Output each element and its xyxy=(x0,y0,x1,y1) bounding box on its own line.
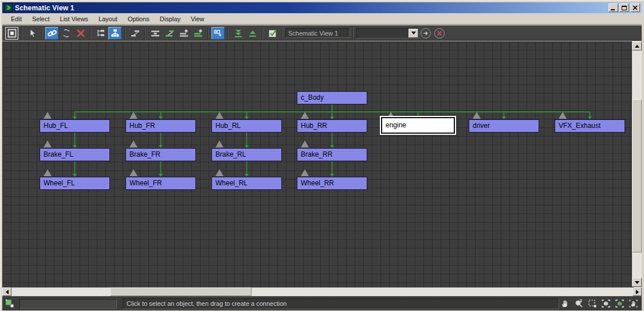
arrow-up-icon xyxy=(635,45,639,48)
toolbar-separator xyxy=(352,27,354,40)
menu-item-layout[interactable]: Layout xyxy=(93,14,123,24)
display-floater-button[interactable] xyxy=(5,27,18,40)
menu-item-list-views[interactable]: List Views xyxy=(55,14,93,24)
maximize-button[interactable] xyxy=(619,3,629,12)
delete-bookmark-button[interactable] xyxy=(434,28,445,38)
menu-item-display[interactable]: Display xyxy=(155,14,186,24)
arrow-left-icon xyxy=(6,290,9,294)
vertical-scrollbar[interactable] xyxy=(632,41,642,287)
app-icon xyxy=(4,3,13,12)
schematic-node-VFX_Exhaust[interactable]: VFX_Exhaust xyxy=(555,119,625,133)
zoom-extents-icon xyxy=(601,299,611,308)
zoom-extents-button[interactable] xyxy=(600,298,612,309)
schematic-node-Hub_RR[interactable]: Hub_RR xyxy=(297,119,367,133)
magnifier-plus-minus-icon xyxy=(574,299,583,308)
window-title: Schematic View 1 xyxy=(15,4,74,12)
menu-bar: EditSelectList ViewsLayoutOptionsDisplay… xyxy=(2,13,642,25)
delete-objects-button[interactable] xyxy=(74,27,87,40)
toolbar xyxy=(2,25,642,41)
zoom-extents-selected-button[interactable] xyxy=(614,298,626,309)
menu-item-edit[interactable]: Edit xyxy=(6,14,27,24)
hierarchy-mode-button[interactable] xyxy=(94,27,107,40)
view-name-field[interactable] xyxy=(285,28,350,38)
schematic-node-Hub_RL[interactable]: Hub_RL xyxy=(211,119,282,133)
horizontal-scrollbar[interactable] xyxy=(2,287,642,296)
next-bookmark-button[interactable] xyxy=(421,28,431,38)
schematic-node-Wheel_FL[interactable]: Wheel_FL xyxy=(40,177,110,190)
vertical-scroll-thumb[interactable] xyxy=(632,99,642,252)
reference-mode-button[interactable] xyxy=(108,27,121,40)
schematic-canvas[interactable]: c_BodyHub_FLHub_FRHub_RLHub_RRenginedriv… xyxy=(2,41,634,287)
window-frame: Schematic View 1 EditSelectList ViewsLay… xyxy=(0,0,644,311)
schematic-node-Brake_RR[interactable]: Brake_RR xyxy=(297,148,367,161)
schematic-node-Hub_FL[interactable]: Hub_FL xyxy=(40,119,110,133)
hand-brackets-icon xyxy=(629,299,638,308)
collapse-selected-button[interactable] xyxy=(246,27,259,40)
selection-status-icon xyxy=(5,299,15,311)
arrow-right-icon xyxy=(636,290,639,294)
horizontal-scroll-thumb[interactable] xyxy=(110,287,252,296)
dashed-region-icon xyxy=(588,299,597,308)
connect-button[interactable] xyxy=(45,27,58,40)
pan-button[interactable] xyxy=(559,298,571,309)
menu-item-select[interactable]: Select xyxy=(27,14,55,24)
schematic-node-Wheel_RR[interactable]: Wheel_RR xyxy=(297,177,367,190)
scroll-down-button[interactable] xyxy=(632,278,642,287)
toolbar-separator xyxy=(124,27,125,40)
schematic-node-driver[interactable]: driver xyxy=(469,119,539,133)
toolbar-separator xyxy=(262,27,263,40)
arrow-down-icon xyxy=(635,281,639,284)
scroll-left-button[interactable] xyxy=(2,287,11,296)
hand-icon xyxy=(560,299,570,308)
zoom-extents-selected-icon xyxy=(615,299,625,308)
schematic-node-Brake_FL[interactable]: Brake_FL xyxy=(40,148,110,161)
toolbar-separator xyxy=(41,27,42,40)
status-input[interactable] xyxy=(19,299,117,309)
node-rename-input[interactable]: engine xyxy=(381,117,455,134)
toolbar-separator xyxy=(227,27,229,40)
schematic-node-Wheel_FR[interactable]: Wheel_FR xyxy=(125,177,196,190)
schematic-node-Wheel_RL[interactable]: Wheel_RL xyxy=(211,177,282,190)
close-button[interactable] xyxy=(630,3,640,12)
scroll-right-button[interactable] xyxy=(633,287,642,296)
free-all-button[interactable] xyxy=(177,27,190,40)
toolbar-separator xyxy=(207,27,209,40)
toolbar-separator xyxy=(282,27,283,40)
bookmark-combobox-value xyxy=(356,29,409,38)
menu-item-view[interactable]: View xyxy=(186,14,210,24)
title-bar[interactable]: Schematic View 1 xyxy=(2,2,642,13)
free-selected-button[interactable] xyxy=(191,27,205,40)
status-message: Click to select an object, then drag to … xyxy=(123,298,559,309)
schematic-node-c_Body[interactable]: c_Body xyxy=(297,91,367,104)
schematic-node-Brake_RL[interactable]: Brake_RL xyxy=(211,148,282,161)
schematic-node-Hub_FR[interactable]: Hub_FR xyxy=(125,119,196,133)
move-children-button[interactable] xyxy=(211,27,225,40)
unlink-selection-button[interactable] xyxy=(60,27,73,40)
view-navigation-cluster xyxy=(559,298,639,309)
arrow-right-icon xyxy=(422,30,429,37)
select-button[interactable] xyxy=(25,27,38,40)
always-arrange-button[interactable] xyxy=(128,27,142,40)
menu-item-options[interactable]: Options xyxy=(123,14,155,24)
arrange-selected-button[interactable] xyxy=(163,27,176,40)
bookmark-combobox[interactable] xyxy=(356,28,419,38)
schematic-node-Brake_FR[interactable]: Brake_FR xyxy=(125,148,196,161)
connection-lines xyxy=(2,41,634,287)
scroll-up-button[interactable] xyxy=(632,41,642,50)
preferences-button[interactable] xyxy=(266,27,279,40)
status-bar: Click to select an object, then drag to … xyxy=(2,296,642,310)
expand-selected-button[interactable] xyxy=(231,27,245,40)
chevron-down-icon xyxy=(411,32,416,34)
bookmark-dropdown-button[interactable] xyxy=(409,29,418,38)
minimize-button[interactable] xyxy=(608,3,618,12)
pan-to-selected-button[interactable] xyxy=(627,298,639,309)
toolbar-separator xyxy=(90,27,91,40)
zoom-button[interactable] xyxy=(572,298,584,309)
toolbar-separator xyxy=(21,27,22,40)
x-icon xyxy=(436,30,443,37)
toolbar-separator xyxy=(144,27,146,40)
arrange-children-button[interactable] xyxy=(148,27,162,40)
zoom-region-button[interactable] xyxy=(586,298,598,309)
